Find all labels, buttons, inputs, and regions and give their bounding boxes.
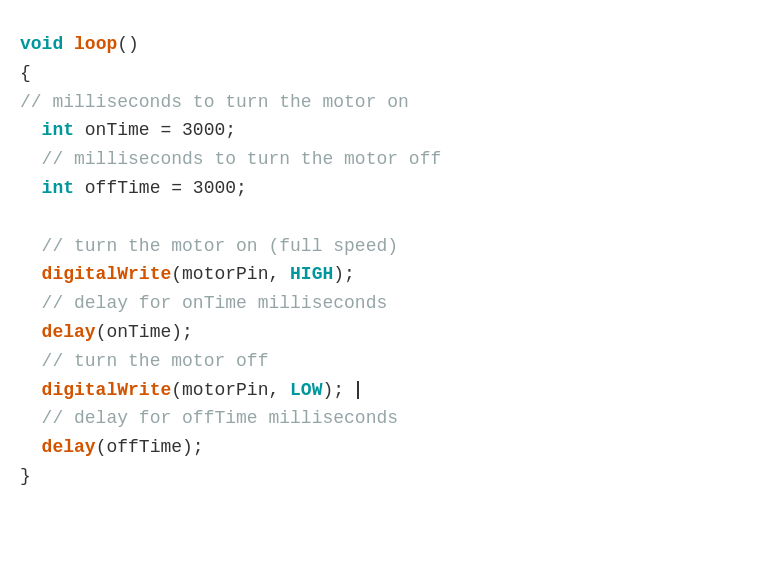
code-line-11: delay(onTime);	[20, 318, 746, 347]
code-line-6: int offTime = 3000;	[20, 174, 746, 203]
function-digitalwrite-2: digitalWrite	[42, 380, 172, 400]
keyword-void: void	[20, 34, 63, 54]
dw2-close: );	[322, 380, 354, 400]
code-line-10: // delay for onTime milliseconds	[20, 289, 746, 318]
code-line-1: void loop()	[20, 30, 746, 59]
code-line-16: }	[20, 462, 746, 491]
code-line-7	[20, 203, 746, 232]
brace-close: }	[20, 466, 31, 486]
var-offtime: offTime = 3000;	[74, 178, 247, 198]
code-editor: void loop() { // milliseconds to turn th…	[10, 20, 756, 501]
code-line-5: // milliseconds to turn the motor off	[20, 145, 746, 174]
code-line-14: // delay for offTime milliseconds	[20, 404, 746, 433]
code-line-13: digitalWrite(motorPin, LOW);	[20, 376, 746, 405]
param-low: LOW	[290, 380, 322, 400]
dw1-paren: (motorPin,	[171, 264, 290, 284]
paren-open: ()	[117, 34, 139, 54]
function-loop: loop	[74, 34, 117, 54]
var-ontime: onTime = 3000;	[74, 120, 236, 140]
comment-6: // delay for offTime milliseconds	[42, 408, 398, 428]
code-line-15: delay(offTime);	[20, 433, 746, 462]
function-delay-1: delay	[42, 322, 96, 342]
brace-open: {	[20, 63, 31, 83]
param-high: HIGH	[290, 264, 333, 284]
code-line-2: {	[20, 59, 746, 88]
code-line-12: // turn the motor off	[20, 347, 746, 376]
comment-4: // delay for onTime milliseconds	[42, 293, 388, 313]
function-delay-2: delay	[42, 437, 96, 457]
delay2-args: (offTime);	[96, 437, 204, 457]
dw2-paren: (motorPin,	[171, 380, 290, 400]
keyword-int-2: int	[42, 178, 74, 198]
delay1-args: (onTime);	[96, 322, 193, 342]
dw1-close: );	[333, 264, 355, 284]
keyword-int-1: int	[42, 120, 74, 140]
comment-3: // turn the motor on (full speed)	[42, 236, 398, 256]
function-digitalwrite-1: digitalWrite	[42, 264, 172, 284]
code-line-9: digitalWrite(motorPin, HIGH);	[20, 260, 746, 289]
code-line-8: // turn the motor on (full speed)	[20, 232, 746, 261]
code-line-4: int onTime = 3000;	[20, 116, 746, 145]
code-line-3: // milliseconds to turn the motor on	[20, 88, 746, 117]
comment-5: // turn the motor off	[42, 351, 269, 371]
text-cursor	[357, 381, 359, 399]
comment-1: // milliseconds to turn the motor on	[20, 92, 409, 112]
comment-2: // milliseconds to turn the motor off	[42, 149, 442, 169]
